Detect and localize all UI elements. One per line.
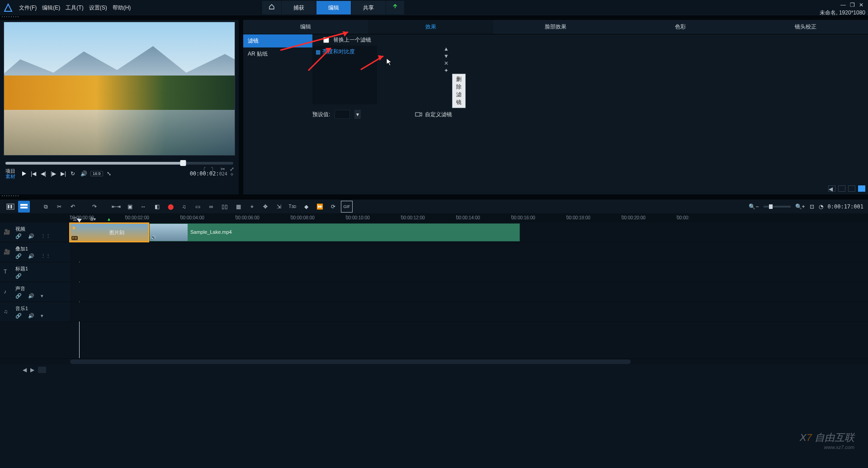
tracking-icon[interactable]: ⌖ (246, 201, 258, 213)
opt-tab-color[interactable]: 色彩 (618, 20, 743, 34)
prev-page-icon[interactable]: ◀ (23, 367, 27, 373)
filter-settings-icon[interactable]: ✦ (443, 67, 450, 74)
fit-timeline-icon[interactable]: ⊡ (810, 203, 814, 210)
next-frame-icon[interactable]: |▶ (51, 170, 57, 177)
fit-icon[interactable]: ↔ (137, 201, 149, 213)
snapshot-icon[interactable]: ▣ (124, 201, 136, 213)
zoom-slider[interactable] (764, 206, 791, 208)
track-head[interactable]: ♪ 声音 🔗🔊▾ (0, 282, 70, 302)
scrub-knob[interactable] (180, 160, 186, 166)
panel-gutter-mid[interactable] (0, 194, 868, 199)
pan-icon[interactable]: ✥ (259, 201, 271, 213)
timeline-ruler[interactable]: ☰▾ ≣▾ ▲ 00:00:00:0000:00:02:0000:00:04:0… (0, 213, 868, 222)
mode-clip[interactable]: 素材 (5, 174, 15, 179)
custom-filter-icon[interactable] (415, 111, 422, 118)
go-start-icon[interactable]: |◀ (31, 170, 37, 177)
track-head[interactable]: ♫ 音乐1 🔗🔊▾ (0, 302, 70, 321)
marker-icon[interactable]: ◧ (151, 201, 163, 213)
timeline-view-icon[interactable] (18, 201, 30, 213)
track-body[interactable] (70, 282, 868, 302)
side-item-filter[interactable]: 滤镜 (243, 34, 312, 47)
delete-filter-icon[interactable]: ✕ (443, 60, 450, 66)
vol-icon[interactable]: 🔊 (28, 293, 34, 299)
menu-file[interactable]: 文件(F) (19, 4, 37, 12)
filter-item-brightness[interactable]: ▦ 亮度和对比度 (313, 46, 377, 57)
menu-edit[interactable]: 编辑(E) (42, 4, 60, 12)
go-end-icon[interactable]: ▶| (61, 170, 67, 177)
menu-help[interactable]: 帮助(H) (113, 4, 131, 12)
timeline-scrollbar[interactable] (0, 358, 868, 364)
grid-icon[interactable]: ⋮⋮ (41, 233, 51, 239)
opt-tab-edit[interactable]: 编辑 (243, 20, 368, 34)
record-icon[interactable]: ⬤ (165, 201, 176, 213)
move-up-icon[interactable]: ▲ (443, 46, 450, 52)
gif-icon[interactable]: GIF (341, 201, 353, 213)
custom-filter-label[interactable]: 自定义滤镜 (425, 111, 452, 118)
scrub-bar[interactable] (5, 162, 233, 165)
tab-home[interactable] (262, 1, 282, 14)
track-body[interactable] (70, 242, 868, 262)
loop-icon[interactable]: ↻ (71, 170, 77, 177)
tab-capture[interactable]: 捕获 (282, 1, 316, 14)
expand-icon[interactable]: ⤢ (230, 166, 234, 174)
opt-tab-fx[interactable]: 效果 (368, 20, 493, 34)
vol-icon[interactable]: 🔊 (28, 233, 34, 239)
add-page-icon[interactable] (38, 367, 46, 373)
link-icon[interactable]: 🔗 (15, 273, 22, 279)
next-page-icon[interactable]: ▶ (30, 367, 34, 373)
mark-in-icon[interactable]: 〔 (201, 166, 206, 174)
filter-list[interactable]: ▦ 亮度和对比度 (312, 46, 377, 104)
track-head[interactable]: 🎥 视频 🔗🔊⋮⋮ (0, 222, 70, 242)
resize-icon[interactable]: ⤡ (107, 170, 113, 177)
link-icon[interactable]: 🔗 (15, 293, 22, 299)
play-icon[interactable] (21, 170, 27, 177)
grid-icon[interactable]: ▦ (232, 201, 244, 213)
scroll-left-icon[interactable]: ◀ (828, 185, 835, 192)
layout-a-icon[interactable] (838, 185, 845, 192)
grid-icon[interactable]: ⋮⋮ (41, 253, 51, 259)
undo-icon[interactable]: ↶ (67, 201, 79, 213)
track-body[interactable] (70, 262, 868, 282)
trim-icon[interactable]: ⇤⇥ (110, 201, 122, 213)
link-icon[interactable]: 🔗 (15, 233, 22, 239)
aspect-ratio[interactable]: 16:9 (90, 171, 103, 176)
track-head[interactable]: 🎥 叠加1 🔗🔊⋮⋮ (0, 242, 70, 262)
clock-icon[interactable]: ◔ (819, 203, 823, 210)
tab-edit[interactable]: 编辑 (316, 1, 351, 14)
replace-last-checkbox[interactable] (323, 37, 329, 43)
window-minimize[interactable]: — (839, 2, 847, 8)
link-icon[interactable]: 🔗 (15, 313, 22, 319)
opt-tab-face[interactable]: 脸部效果 (493, 20, 618, 34)
menu-tools[interactable]: 工具(T) (66, 4, 83, 12)
prev-frame-icon[interactable]: ◀| (41, 170, 47, 177)
more-icon[interactable]: ▾ (41, 313, 43, 319)
panel-splitter[interactable] (239, 20, 243, 194)
subtitle-icon[interactable]: ▭ (192, 201, 203, 213)
copy-icon[interactable]: ⧉ (40, 201, 52, 213)
chapter-icon[interactable]: ▯▯ (219, 201, 231, 213)
mask-icon[interactable]: ◆ (300, 201, 312, 213)
tab-upload[interactable] (386, 1, 405, 14)
window-close[interactable]: ✕ (857, 2, 865, 8)
storyboard-view-icon[interactable] (5, 201, 16, 213)
volume-icon[interactable]: 🔊 (80, 170, 87, 177)
layout-b-icon[interactable] (848, 185, 855, 192)
ripple-icon[interactable]: ▲ (107, 217, 111, 222)
chain-icon[interactable]: ∞ (205, 201, 217, 213)
vol-icon[interactable]: 🔊 (28, 313, 34, 319)
tab-share[interactable]: 共享 (351, 1, 386, 14)
more-icon[interactable]: ▾ (41, 293, 43, 299)
menu-settings[interactable]: 设置(S) (89, 4, 107, 12)
resample-icon[interactable]: ⟳ (327, 201, 339, 213)
speed-icon[interactable]: ⏩ (314, 201, 326, 213)
layout-edit-icon[interactable] (858, 185, 865, 192)
zoom-out-icon[interactable]: 🔍− (749, 203, 759, 210)
cut-icon[interactable]: ✂ (53, 201, 65, 213)
panel-gutter-top[interactable] (0, 15, 868, 20)
opt-tab-lens[interactable]: 镜头校正 (743, 20, 868, 34)
mode-project[interactable]: 项目 (5, 168, 15, 174)
vol-icon[interactable]: 🔊 (28, 253, 34, 259)
mixer-icon[interactable]: ♫ (178, 201, 190, 213)
preset-dropdown[interactable] (335, 110, 350, 119)
clip-image[interactable]: ★ 图片刻 FX (70, 223, 148, 241)
